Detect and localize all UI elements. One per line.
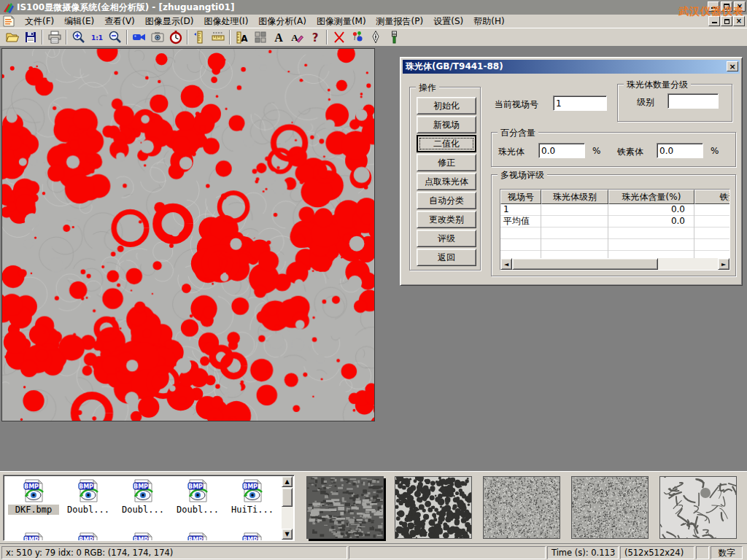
scroll-right-button[interactable]: ► xyxy=(718,258,729,270)
video-camera-button[interactable] xyxy=(130,29,148,46)
grade-level-input[interactable] xyxy=(667,93,719,109)
status-time: Time (s): 0.113 xyxy=(547,546,619,559)
image-thumbnail-4[interactable] xyxy=(659,476,737,539)
table-cell xyxy=(500,239,541,251)
table-header-2[interactable]: 珠光体含量(%) xyxy=(608,190,694,204)
op-button-3[interactable]: 修正 xyxy=(417,154,476,171)
measure-text-button[interactable]: A xyxy=(233,29,251,46)
image-thumbnail-2[interactable] xyxy=(483,476,560,539)
menu-item-0[interactable]: 文件(F) xyxy=(20,15,59,28)
scroll-thumb[interactable] xyxy=(512,258,658,270)
table-hscrollbar[interactable]: ◄ ► xyxy=(500,258,729,270)
toolbar-separator xyxy=(229,30,231,44)
table-cell xyxy=(541,239,608,251)
scroll-up-button[interactable]: ▲ xyxy=(282,476,293,487)
file-item-3[interactable]: BMPDoubl... xyxy=(172,479,223,515)
file-name: Doubl... xyxy=(63,505,114,515)
ferrite-percent-input[interactable] xyxy=(657,143,703,158)
curve-cut-button[interactable] xyxy=(330,29,348,46)
op-button-4[interactable]: 点取珠光体 xyxy=(417,173,476,190)
caliper-button[interactable] xyxy=(190,29,209,46)
menu-item-6[interactable]: 图像测量(M) xyxy=(311,15,371,28)
pearlite-label: 珠光体 xyxy=(498,146,525,158)
actual-size-button[interactable]: 1:1 xyxy=(88,29,106,46)
menu-item-1[interactable]: 编辑(E) xyxy=(59,15,99,28)
text-button[interactable]: A xyxy=(269,29,287,46)
menu-item-3[interactable]: 图像显示(D) xyxy=(140,15,199,28)
open-button[interactable] xyxy=(3,29,21,46)
file-item-2[interactable]: BMPDoubl... xyxy=(117,479,169,515)
table-cell xyxy=(500,228,541,239)
file-item-0[interactable]: BMPDKF.bmp xyxy=(8,479,59,515)
pen-button[interactable] xyxy=(366,29,384,46)
file-item-partial[interactable]: BMP xyxy=(172,532,223,541)
file-list: ▲ ▼ BMPDKF.bmpBMPDoubl...BMPDoubl...BMPD… xyxy=(3,475,295,541)
multiview-table[interactable]: 视场号珠光体级别珠光体含量(%)铁素体含量(%) 10.0平均值0.0 ◄ ► xyxy=(500,189,730,271)
op-button-1[interactable]: 新视场 xyxy=(417,116,476,133)
bottom-dock: ▲ ▼ BMPDKF.bmpBMPDoubl...BMPDoubl...BMPD… xyxy=(0,471,747,543)
image-thumbnail-1[interactable] xyxy=(395,476,472,539)
scroll-left-button[interactable]: ◄ xyxy=(500,258,512,270)
save-button[interactable] xyxy=(21,29,39,46)
scroll-down-button[interactable]: ▼ xyxy=(282,529,293,540)
file-name: DKF.bmp xyxy=(8,505,59,515)
table-row[interactable]: 10.0 xyxy=(500,204,729,216)
op-button-5[interactable]: 自动分类 xyxy=(417,192,476,209)
filelist-vscrollbar[interactable]: ▲ ▼ xyxy=(282,476,293,540)
table-header-0[interactable]: 视场号 xyxy=(500,190,541,204)
table-header-3[interactable]: 铁素体含量(%) xyxy=(694,190,730,204)
window-titlebar: IS100显微摄像系统(金相分析版) - [zhuguangti01] × xyxy=(0,0,747,15)
brush-button[interactable] xyxy=(384,29,403,46)
timer-icon xyxy=(169,30,183,44)
image-thumbnail-3[interactable] xyxy=(571,476,649,539)
menu-item-8[interactable]: 设置(S) xyxy=(428,15,468,28)
op-button-0[interactable]: 初始化 xyxy=(417,97,476,114)
op-button-2[interactable]: 二值化 xyxy=(417,135,476,152)
dialog-close-button[interactable]: × xyxy=(727,61,738,71)
table-row[interactable] xyxy=(500,228,729,239)
help-button[interactable]: ? xyxy=(306,29,324,46)
file-item-partial[interactable]: BMP xyxy=(117,532,169,541)
file-item-4[interactable]: BMPHuiTi... xyxy=(227,479,278,515)
current-field-input[interactable] xyxy=(553,96,607,111)
table-row[interactable] xyxy=(500,239,729,251)
micrograph-image[interactable] xyxy=(1,48,375,421)
bmp-file-icon: BMP xyxy=(186,532,209,541)
menu-item-2[interactable]: 查看(V) xyxy=(99,15,140,28)
table-cell xyxy=(541,228,608,239)
menu-item-5[interactable]: 图像分析(A) xyxy=(253,15,311,28)
file-item-1[interactable]: BMPDoubl... xyxy=(63,479,114,515)
bmp-file-icon: BMP xyxy=(241,532,264,541)
op-button-7[interactable]: 评级 xyxy=(417,230,476,247)
op-button-8[interactable]: 返回 xyxy=(417,249,476,266)
markers-button[interactable] xyxy=(348,29,366,46)
markers-icon xyxy=(350,30,365,44)
table-row[interactable]: 平均值0.0 xyxy=(500,216,729,228)
zoom-out-button[interactable] xyxy=(106,29,124,46)
file-item-partial[interactable]: BMP xyxy=(63,532,114,541)
menu-item-4[interactable]: 图像处理(I) xyxy=(198,15,253,28)
timer-button[interactable] xyxy=(166,29,185,46)
op-button-6[interactable]: 更改类别 xyxy=(417,211,476,228)
vendor-watermark: 武汉仪器仪表 xyxy=(678,5,744,18)
menu-item-7[interactable]: 测量报告(P) xyxy=(371,15,429,28)
image-thumbnail-0[interactable] xyxy=(306,476,384,539)
grade-group-label: 珠光体数量分级 xyxy=(624,79,691,91)
menu-item-9[interactable]: 帮助(H) xyxy=(468,15,509,28)
zoom-in-button[interactable] xyxy=(69,29,88,46)
status-position: x: 510 y: 79 idx: 0 RGB: (174, 174, 174) xyxy=(1,546,347,559)
print-button[interactable] xyxy=(45,29,63,46)
file-item-partial[interactable]: BMP xyxy=(227,532,278,541)
svg-text:?: ? xyxy=(311,31,318,44)
status-empty-2 xyxy=(696,546,709,559)
table-header-1[interactable]: 珠光体级别 xyxy=(541,190,608,204)
file-item-partial[interactable]: BMP xyxy=(8,532,59,541)
document-icon[interactable] xyxy=(3,15,15,27)
capture-button[interactable] xyxy=(148,29,166,46)
scroll-thumb[interactable] xyxy=(282,488,293,507)
pearlite-percent-input[interactable] xyxy=(538,143,585,158)
annotate-button[interactable]: A xyxy=(287,29,306,46)
grid-button[interactable] xyxy=(251,29,269,46)
ruler-button[interactable] xyxy=(209,29,227,46)
dialog-titlebar[interactable]: 珠光体(GB/T9441-88) × xyxy=(403,60,740,74)
